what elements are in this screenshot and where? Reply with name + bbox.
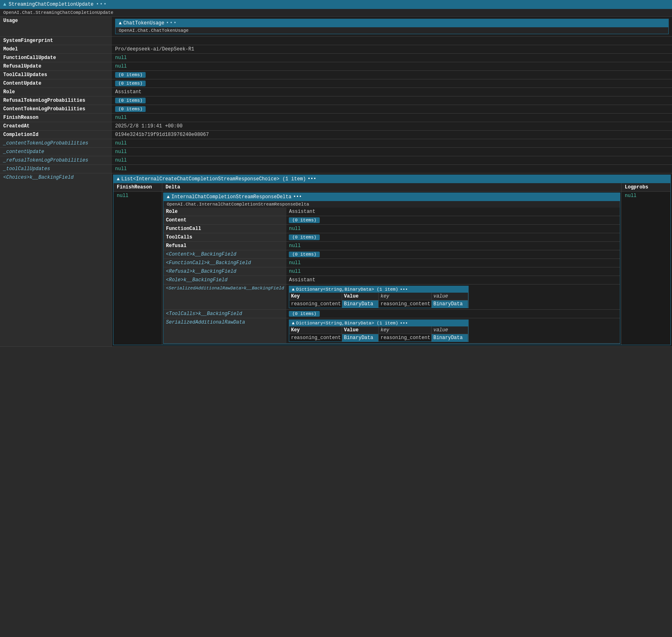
dict1-cell-value2[interactable]: BinaryData [432, 300, 468, 308]
delta-prop-key: <ToolCalls>k__BackingField [164, 310, 286, 318]
table-row: <ToolCalls>k__BackingField (0 items) [164, 310, 620, 318]
delta-prop-value: ▲ Dictionary<String,BinaryData> (1 item)… [286, 285, 620, 310]
table-row: Role Assistant [164, 208, 620, 216]
dict1-dots-icon[interactable]: ••• [400, 287, 408, 292]
table-row: _toolCallUpdates null [0, 165, 672, 173]
prop-key: _toolCallUpdates [0, 165, 112, 173]
items-badge[interactable]: (0 items) [115, 81, 146, 86]
dict1-cell-value[interactable]: BinaryData [342, 300, 379, 308]
prop-value: 2025/2/8 1:19:41 +00:00 [112, 122, 672, 131]
prop-value: ▲ ChatTokenUsage ••• OpenAI.Chat.ChatTok… [112, 17, 672, 37]
table-row: SerializedAdditionalRawData ▲ Dictionary… [164, 318, 620, 344]
delta-prop-value: ▲ Dictionary<String,BinaryData> (1 item)… [286, 318, 620, 344]
delta-prop-key: Refusal [164, 242, 286, 250]
dict2-cell-value2[interactable]: BinaryData [432, 334, 468, 341]
list-box: ▲ List<InternalCreateChatCompletionStrea… [113, 175, 671, 345]
choices-row: <Choices>k__BackingField ▲ List<Internal… [0, 173, 672, 347]
prop-value: (0 items) [112, 79, 672, 88]
type-line: OpenAI.Chat.StreamingChatCompletionUpdat… [0, 9, 672, 17]
items-badge[interactable]: (0 items) [115, 72, 146, 78]
items-badge[interactable]: (0 items) [289, 217, 319, 223]
delta-prop-value: (0 items) [286, 310, 620, 318]
nested-dots-icon[interactable]: ••• [166, 20, 177, 26]
table-row: <FunctionCall>k__BackingField null [164, 259, 620, 267]
table-row: SystemFingerprint [0, 37, 672, 45]
dict1-title[interactable]: ▲ Dictionary<String,BinaryData> (1 item)… [289, 286, 468, 293]
dict2-col-value: Value [342, 326, 379, 334]
delta-prop-value: null [286, 242, 620, 250]
items-badge[interactable]: (0 items) [289, 311, 319, 317]
items-badge[interactable]: (0 items) [115, 106, 146, 112]
delta-prop-value: null [286, 225, 620, 233]
null-value: null [289, 269, 301, 274]
prop-key: ContentTokenLogProbabilities [0, 105, 112, 114]
items-badge[interactable]: (0 items) [289, 252, 319, 257]
table-row: CompletionId 0194e3241b719f91d183976240e… [0, 131, 672, 139]
prop-value: (0 items) [112, 71, 672, 79]
choices-key: <Choices>k__BackingField [0, 173, 112, 346]
delta-prop-key: <FunctionCall>k__BackingField [164, 259, 286, 267]
delta-dots-icon[interactable]: ••• [293, 194, 302, 200]
dict2-title[interactable]: ▲ Dictionary<String,BinaryData> (1 item)… [289, 320, 468, 326]
table-row: <Refusal>k__BackingField null [164, 267, 620, 276]
prop-value: null [112, 54, 672, 62]
chat-token-usage-title[interactable]: ▲ ChatTokenUsage ••• [116, 19, 668, 27]
table-row: Refusal null [164, 242, 620, 250]
delta-title[interactable]: ▲ InternalChatCompletionStreamResponseDe… [164, 193, 620, 201]
window-title: StreamingChatCompletionUpdate [9, 2, 94, 7]
prop-key: FunctionCallUpdate [0, 54, 112, 62]
prop-key: _contentUpdate [0, 148, 112, 156]
dict2-col-key: Key [289, 326, 342, 334]
prop-key: Usage [0, 17, 112, 37]
null-value: null [289, 226, 301, 232]
dict2-cell-key: reasoning_content [289, 334, 342, 341]
null-value: null [115, 115, 127, 120]
prop-value: (0 items) [112, 96, 672, 105]
delta-arrow-icon: ▲ [167, 194, 170, 200]
prop-value: null [112, 148, 672, 156]
collapse-arrow-icon[interactable]: ▲ [3, 2, 6, 7]
table-row: ToolCallUpdates (0 items) [0, 71, 672, 79]
table-row: FinishReason null [0, 114, 672, 122]
dict2-dots-icon[interactable]: ••• [400, 321, 408, 326]
delta-prop-value: null [286, 267, 620, 276]
list-title[interactable]: ▲ List<InternalCreateChatCompletionStrea… [113, 175, 670, 183]
prop-key: ToolCallUpdates [0, 71, 112, 79]
prop-value: Pro/deepseek-ai/DeepSeek-R1 [112, 45, 672, 54]
prop-value: (0 items) [112, 105, 672, 114]
table-row: CreatedAt 2025/2/8 1:19:41 +00:00 [0, 122, 672, 131]
prop-key: SystemFingerprint [0, 37, 112, 45]
menu-dots-icon[interactable]: ••• [96, 2, 107, 7]
col-header-logprobs: Logprobs [622, 183, 670, 191]
dict1-data-row: reasoning_content BinaryData reasoning_c… [289, 300, 468, 308]
null-value: null [115, 149, 127, 155]
table-row: RefusalUpdate null [0, 62, 672, 71]
delta-box: ▲ InternalChatCompletionStreamResponseDe… [163, 193, 620, 344]
list-arrow-icon: ▲ [117, 176, 120, 182]
delta-prop-key: ToolCalls [164, 233, 286, 242]
delta-prop-key: <Refusal>k__BackingField [164, 267, 286, 276]
dict2-cell-key2: reasoning_content [379, 334, 432, 341]
prop-value: null [112, 62, 672, 71]
delta-prop-key: <Content>k__BackingField [164, 250, 286, 259]
delta-title-text: InternalChatCompletionStreamResponseDelt… [171, 194, 291, 200]
cell-logprobs: null [622, 192, 670, 345]
prop-key: ContentUpdate [0, 79, 112, 88]
list-dots-icon[interactable]: ••• [308, 176, 316, 182]
dict2-cell-value[interactable]: BinaryData [342, 334, 379, 341]
prop-value: null [112, 165, 672, 173]
prop-key: Role [0, 88, 112, 96]
dict1-col-value2: value [432, 293, 468, 300]
dict1-cell-key2: reasoning_content [379, 300, 432, 308]
items-badge[interactable]: (0 items) [289, 234, 319, 240]
dict1-title-text: Dictionary<String,BinaryData> (1 item) [296, 287, 398, 292]
chat-token-usage-box: ▲ ChatTokenUsage ••• OpenAI.Chat.ChatTok… [115, 19, 669, 34]
prop-value: null [112, 156, 672, 165]
null-value: null [115, 158, 127, 163]
items-badge[interactable]: (0 items) [115, 98, 146, 103]
col-header-finishreason: FinishReason [113, 183, 162, 191]
delta-prop-key: Role [164, 208, 286, 216]
delta-prop-key: <Role>k__BackingField [164, 276, 286, 285]
delta-prop-key: FunctionCall [164, 225, 286, 233]
table-row: Content (0 items) [164, 216, 620, 225]
